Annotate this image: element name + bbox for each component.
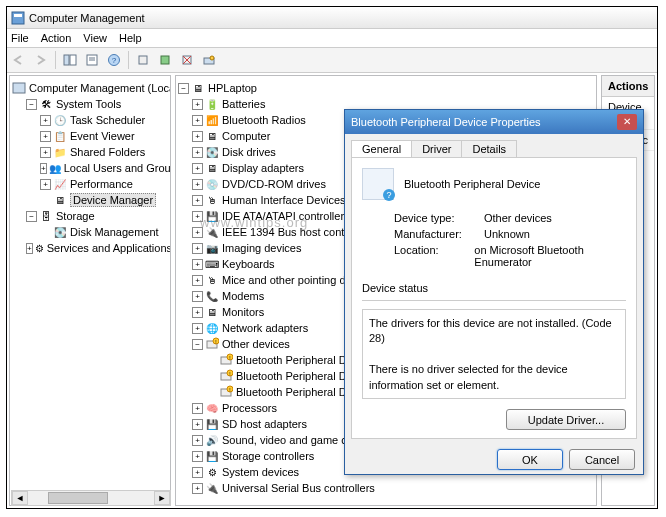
uninstall-button[interactable]: [177, 50, 197, 70]
category-icon: ⚙: [205, 465, 219, 479]
expand-icon[interactable]: +: [192, 483, 203, 494]
show-hide-tree-button[interactable]: [60, 50, 80, 70]
scroll-thumb[interactable]: [48, 492, 108, 504]
menu-file[interactable]: File: [11, 32, 29, 44]
category-icon: 💿: [205, 177, 219, 191]
category-icon: 🔋: [205, 97, 219, 111]
device-status-box[interactable]: The drivers for this device are not inst…: [362, 309, 626, 399]
event-viewer[interactable]: +📋Event Viewer: [12, 128, 168, 144]
expand-icon[interactable]: +: [40, 131, 51, 142]
menu-action[interactable]: Action: [41, 32, 72, 44]
warning-device-icon: !: [219, 385, 233, 399]
scan-button[interactable]: [133, 50, 153, 70]
performance[interactable]: +📈Performance: [12, 176, 168, 192]
scan-hardware-button[interactable]: [199, 50, 219, 70]
forward-button: [31, 50, 51, 70]
status-line-1: The drivers for this device are not inst…: [369, 316, 619, 347]
device-manager[interactable]: 🖥Device Manager: [12, 192, 168, 208]
help-button[interactable]: ?: [104, 50, 124, 70]
expand-icon[interactable]: +: [40, 115, 51, 126]
category-icon: 📷: [205, 241, 219, 255]
category-icon: 🧠: [205, 401, 219, 415]
tab-details[interactable]: Details: [461, 140, 517, 157]
expand-icon[interactable]: +: [192, 323, 203, 334]
scroll-left-arrow[interactable]: ◄: [12, 491, 28, 505]
disk-icon: 💽: [53, 225, 67, 239]
collapse-icon[interactable]: −: [178, 83, 189, 94]
expand-icon[interactable]: +: [192, 403, 203, 414]
expand-icon[interactable]: +: [192, 467, 203, 478]
category-icon: 💾: [205, 417, 219, 431]
window-title: Computer Management: [29, 12, 145, 24]
tab-driver[interactable]: Driver: [411, 140, 462, 157]
expand-icon[interactable]: +: [192, 435, 203, 446]
location-label: Location:: [394, 244, 474, 268]
cancel-button[interactable]: Cancel: [569, 449, 635, 470]
expand-icon[interactable]: +: [40, 163, 47, 174]
scroll-right-arrow[interactable]: ►: [154, 491, 170, 505]
expand-icon[interactable]: +: [192, 131, 203, 142]
device-name: Bluetooth Peripheral Device: [404, 178, 540, 190]
properties-button[interactable]: [82, 50, 102, 70]
expand-icon[interactable]: +: [192, 259, 203, 270]
menu-help[interactable]: Help: [119, 32, 142, 44]
update-driver-button[interactable]: [155, 50, 175, 70]
close-icon[interactable]: ✕: [617, 114, 637, 130]
expand-icon[interactable]: +: [192, 179, 203, 190]
tab-general[interactable]: General: [351, 140, 412, 157]
svg-text:!: !: [229, 387, 230, 393]
folder-icon: 📁: [53, 145, 67, 159]
expand-icon[interactable]: +: [192, 291, 203, 302]
category-icon: 📞: [205, 289, 219, 303]
menu-view[interactable]: View: [83, 32, 107, 44]
expand-icon[interactable]: +: [192, 451, 203, 462]
storage[interactable]: −🗄Storage: [12, 208, 168, 224]
category-icon: 🔌: [205, 225, 219, 239]
expand-icon[interactable]: +: [192, 195, 203, 206]
computer-root[interactable]: −🖥HPLaptop: [178, 80, 594, 96]
svg-text:!: !: [229, 371, 230, 377]
shared-folders[interactable]: +📁Shared Folders: [12, 144, 168, 160]
actions-header: Actions: [602, 76, 654, 97]
dialog-titlebar[interactable]: Bluetooth Peripheral Device Properties ✕: [345, 110, 643, 134]
system-tools[interactable]: −🛠System Tools: [12, 96, 168, 112]
task-scheduler[interactable]: +🕒Task Scheduler: [12, 112, 168, 128]
expand-icon[interactable]: +: [26, 243, 33, 254]
expand-icon[interactable]: +: [192, 163, 203, 174]
expand-icon[interactable]: +: [192, 275, 203, 286]
expand-icon[interactable]: +: [192, 227, 203, 238]
update-driver-button[interactable]: Update Driver...: [506, 409, 626, 430]
expand-icon[interactable]: +: [40, 179, 51, 190]
other-devices-icon: !: [205, 337, 219, 351]
collapse-icon[interactable]: −: [26, 99, 37, 110]
expand-icon[interactable]: +: [192, 211, 203, 222]
expand-icon[interactable]: +: [192, 115, 203, 126]
tab-body: Bluetooth Peripheral Device Device type:…: [351, 157, 637, 439]
services-apps[interactable]: +⚙Services and Applications: [12, 240, 168, 256]
horizontal-scrollbar[interactable]: ◄ ►: [11, 490, 171, 506]
collapse-icon[interactable]: −: [192, 339, 203, 350]
expand-icon[interactable]: +: [192, 147, 203, 158]
mmc-icon: [12, 81, 26, 95]
dialog-title: Bluetooth Peripheral Device Properties: [351, 116, 541, 128]
device-category[interactable]: +🔌Universal Serial Bus controllers: [178, 480, 594, 496]
tree-root[interactable]: Computer Management (Local: [12, 80, 168, 96]
ok-button[interactable]: OK: [497, 449, 563, 470]
collapse-icon[interactable]: −: [26, 211, 37, 222]
category-icon: ⌨: [205, 257, 219, 271]
disk-management[interactable]: 💽Disk Management: [12, 224, 168, 240]
expand-icon[interactable]: +: [192, 99, 203, 110]
expand-icon[interactable]: +: [192, 243, 203, 254]
svg-rect-0: [12, 12, 24, 24]
local-users[interactable]: +👥Local Users and Groups: [12, 160, 168, 176]
perf-icon: 📈: [53, 177, 67, 191]
device-type-label: Device type:: [394, 212, 484, 224]
expand-icon[interactable]: +: [40, 147, 51, 158]
expand-icon[interactable]: +: [192, 419, 203, 430]
expand-icon[interactable]: +: [192, 307, 203, 318]
category-icon: 🖥: [205, 129, 219, 143]
category-icon: 📶: [205, 113, 219, 127]
category-icon: 🔌: [205, 481, 219, 495]
svg-rect-2: [64, 55, 69, 65]
status-line-2: There is no driver selected for the devi…: [369, 362, 619, 393]
